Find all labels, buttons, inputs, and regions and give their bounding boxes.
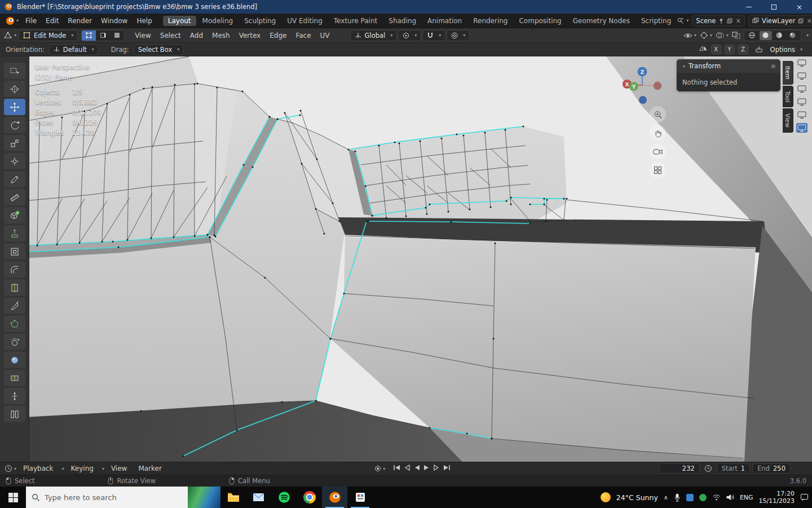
menu-edit[interactable]: Edit	[41, 16, 63, 26]
start-button[interactable]	[0, 487, 26, 508]
menu-view[interactable]: View	[107, 463, 131, 474]
edge-select-button[interactable]	[96, 30, 110, 41]
menu-marker[interactable]: Marker	[134, 463, 166, 474]
menu-face[interactable]: Face	[291, 30, 315, 41]
workspace-tab-compositing[interactable]: Compositing	[514, 16, 566, 26]
collapse-icon[interactable]: ▾	[683, 64, 685, 69]
blender-logo-icon[interactable]: ▾	[6, 16, 19, 25]
menu-view[interactable]: View	[130, 30, 155, 41]
sidebar-tab-view[interactable]: View	[783, 108, 793, 133]
loop-cut-tool[interactable]	[4, 279, 25, 296]
transform-panel-header[interactable]: ▾ Transform ≡	[677, 59, 780, 73]
next-keyframe-button[interactable]	[433, 465, 440, 472]
taskbar-file-explorer-icon[interactable]	[220, 487, 246, 508]
tray-app-blue-icon[interactable]	[686, 494, 694, 501]
hidden-icons-chevron[interactable]: ∧	[664, 494, 668, 501]
transform-orientation-dropdown[interactable]: Global ▾	[350, 30, 398, 41]
gizmo-minus-x-axis[interactable]	[654, 82, 662, 90]
scene-selector[interactable]: Scene ×	[692, 15, 745, 27]
material-shading-button[interactable]	[773, 31, 785, 40]
gizmo-minus-z-axis[interactable]	[639, 96, 647, 104]
menu-uv[interactable]: UV	[316, 30, 334, 41]
start-frame-field[interactable]: Start 1	[717, 463, 750, 474]
search-highlight-image[interactable]	[188, 487, 220, 508]
menu-file[interactable]: File	[21, 16, 41, 26]
menu-select[interactable]: Select	[156, 30, 186, 41]
monitor-icon[interactable]	[796, 110, 807, 120]
pivot-point-dropdown[interactable]: ▾	[398, 30, 421, 41]
menu-help[interactable]: Help	[132, 16, 156, 26]
remove-view-layer-icon[interactable]: ×	[806, 17, 812, 25]
proportional-editing-toggle[interactable]: ▾	[447, 30, 470, 41]
workspace-tab-geometry-nodes[interactable]: Geometry Nodes	[568, 16, 635, 26]
rip-region-tool[interactable]	[4, 406, 25, 422]
editor-type-icon[interactable]: ▾	[3, 31, 16, 40]
scene-browse-icon[interactable]: ▾	[677, 17, 689, 25]
workspace-tab-animation[interactable]: Animation	[422, 16, 467, 26]
menu-edge[interactable]: Edge	[265, 30, 291, 41]
workspace-tab-layout[interactable]: Layout	[163, 16, 196, 26]
monitor-icon-selected[interactable]	[796, 123, 807, 133]
pan-hand-icon[interactable]	[650, 125, 666, 141]
workspace-tab-scripting[interactable]: Scripting	[636, 16, 676, 26]
cursor-tool[interactable]	[4, 81, 25, 97]
sidebar-tab-tool[interactable]: Tool	[783, 86, 793, 107]
face-select-button[interactable]	[110, 30, 124, 41]
play-button[interactable]	[423, 465, 430, 472]
mode-selector[interactable]: Edit Mode ▾	[19, 30, 78, 41]
camera-view-icon[interactable]	[650, 143, 666, 160]
monitor-icon[interactable]	[796, 71, 807, 81]
action-center-icon[interactable]	[800, 493, 809, 501]
taskbar-mail-icon[interactable]	[246, 487, 271, 508]
wifi-icon[interactable]	[712, 494, 721, 501]
taskbar-search[interactable]	[26, 487, 220, 508]
play-reverse-button[interactable]	[414, 465, 420, 472]
menu-vertex[interactable]: Vertex	[235, 30, 266, 41]
menu-mesh[interactable]: Mesh	[208, 30, 235, 41]
rendered-shading-button[interactable]	[787, 31, 799, 40]
mirror-z-toggle[interactable]: Z	[738, 45, 748, 54]
move-tool[interactable]	[4, 99, 25, 115]
monitor-icon[interactable]	[796, 84, 807, 94]
inset-faces-tool[interactable]	[4, 243, 25, 260]
navigation-gizmo[interactable]: Z X Y	[621, 64, 663, 108]
volume-icon[interactable]	[726, 494, 734, 501]
weather-text[interactable]: 24°C Sunny	[616, 493, 658, 502]
workspace-tab-modeling[interactable]: Modeling	[197, 16, 239, 26]
workspace-tab-uv-editing[interactable]: UV Editing	[282, 16, 328, 26]
jump-to-end-button[interactable]	[443, 465, 451, 472]
3d-viewport[interactable]: User Perspective (232) Plane Objects1/5 …	[0, 56, 812, 462]
taskbar-blender-icon[interactable]	[322, 487, 347, 508]
weather-sun-icon[interactable]	[601, 492, 611, 502]
unlink-scene-icon[interactable]: ×	[735, 17, 741, 25]
select-box-tool[interactable]	[4, 63, 25, 79]
minimize-button[interactable]	[736, 0, 761, 14]
wireframe-shading-button[interactable]	[746, 31, 758, 40]
end-frame-field[interactable]: End 250	[752, 463, 791, 474]
add-cube-tool[interactable]	[4, 207, 25, 224]
snap-base-icon[interactable]	[755, 46, 763, 53]
gizmos-dropdown[interactable]: ▾	[700, 31, 712, 40]
mirror-y-toggle[interactable]: Y	[725, 45, 735, 54]
drag-dropdown[interactable]: Select Box ▾	[134, 44, 184, 55]
workspace-tab-shading[interactable]: Shading	[383, 16, 421, 26]
spin-tool[interactable]	[4, 334, 25, 350]
viewport-canvas[interactable]	[0, 56, 812, 462]
visibility-dropdown[interactable]: ▾	[683, 32, 696, 40]
workspace-tab-sculpting[interactable]: Sculpting	[239, 16, 281, 26]
monitor-icon[interactable]	[796, 97, 807, 107]
language-indicator[interactable]: ENG	[740, 494, 753, 501]
poly-build-tool[interactable]	[4, 316, 25, 332]
rotate-tool[interactable]	[4, 117, 25, 133]
search-input[interactable]	[45, 493, 169, 502]
mirror-icon[interactable]	[699, 46, 708, 53]
shading-dropdown-icon[interactable]: ▾	[806, 33, 809, 38]
timeline-editor-icon[interactable]: ▾	[5, 465, 16, 472]
tray-app-green-icon[interactable]	[699, 494, 707, 501]
menu-window[interactable]: Window	[96, 16, 132, 26]
zoom-icon[interactable]	[650, 106, 666, 122]
maximize-button[interactable]	[761, 0, 787, 14]
vertex-select-button[interactable]	[82, 30, 96, 41]
taskbar-clock[interactable]: 17:20 15/11/2023	[759, 490, 795, 505]
menu-add[interactable]: Add	[186, 30, 208, 41]
